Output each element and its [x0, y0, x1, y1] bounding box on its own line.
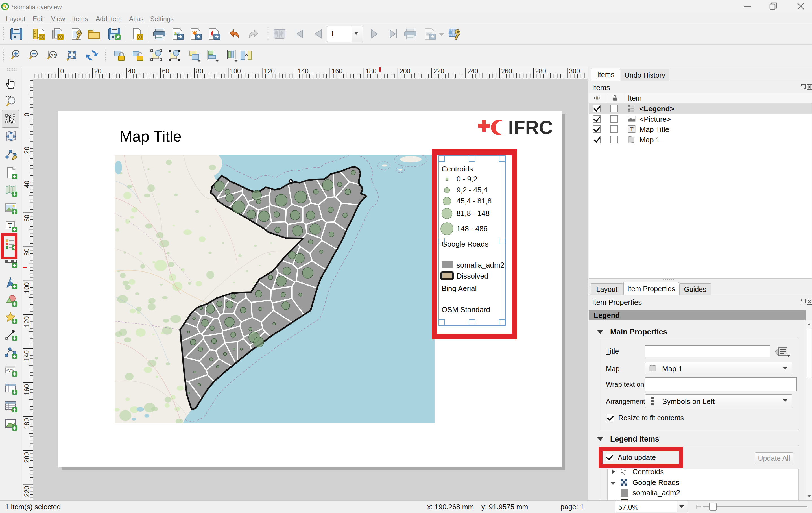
svg-text:220: 220	[433, 68, 444, 75]
svg-text:T: T	[630, 126, 633, 133]
svg-text:120: 120	[23, 316, 30, 327]
svg-text:60: 60	[23, 214, 30, 222]
svg-text:1:1: 1:1	[51, 53, 56, 57]
svg-text:N: N	[9, 279, 12, 283]
svg-text:IFRC: IFRC	[508, 119, 553, 136]
svg-text:100: 100	[230, 68, 240, 75]
svg-text:200: 200	[400, 68, 410, 75]
svg-text:180: 180	[366, 68, 376, 75]
svg-text:240: 240	[467, 68, 478, 75]
svg-text:200: 200	[23, 452, 30, 463]
svg-text:300: 300	[569, 68, 580, 75]
svg-text:220: 220	[23, 486, 30, 497]
svg-text:40: 40	[128, 68, 136, 75]
svg-text:0: 0	[60, 68, 64, 75]
svg-text:0: 0	[23, 113, 30, 116]
svg-text:280: 280	[535, 68, 546, 75]
svg-text:160: 160	[332, 68, 343, 75]
svg-text:160: 160	[23, 384, 30, 395]
svg-text:100: 100	[23, 282, 30, 293]
svg-text:80: 80	[196, 68, 203, 75]
svg-text:20: 20	[23, 146, 30, 154]
svg-text:140: 140	[298, 68, 309, 75]
svg-text:180: 180	[23, 418, 30, 429]
svg-text:140: 140	[23, 350, 30, 361]
svg-text:120: 120	[264, 68, 274, 75]
svg-text:260: 260	[501, 68, 512, 75]
svg-text:60: 60	[162, 68, 169, 75]
svg-text:20: 20	[94, 68, 102, 75]
svg-text:T: T	[8, 222, 12, 229]
svg-text:80: 80	[23, 249, 30, 256]
svg-text:40: 40	[23, 181, 30, 188]
